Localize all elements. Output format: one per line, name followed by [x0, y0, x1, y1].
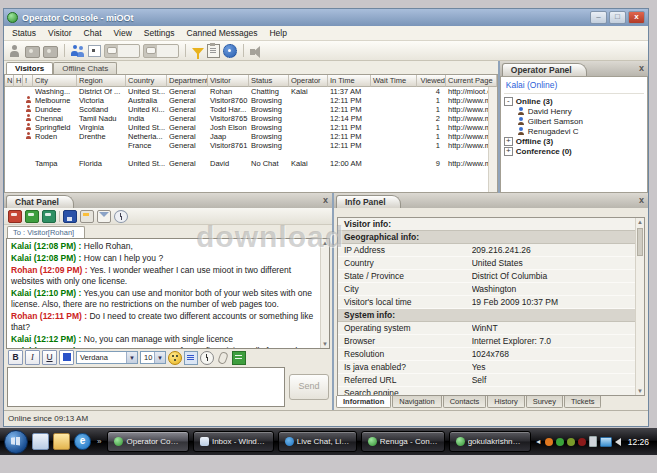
visitors-column-header[interactable]: N: [5, 75, 14, 87]
italic-button[interactable]: I: [25, 350, 40, 365]
menu-item[interactable]: Status: [6, 28, 42, 38]
menu-item[interactable]: Visitor: [42, 28, 77, 38]
info-tab[interactable]: Survey: [526, 396, 563, 408]
visitor-row[interactable]: Tampa Florida United St... General David…: [5, 159, 497, 168]
bold-button[interactable]: B: [8, 350, 23, 365]
info-tab[interactable]: Contacts: [443, 396, 487, 408]
visitors-column-header[interactable]: Region: [77, 75, 126, 87]
tray-status-icon[interactable]: [567, 438, 575, 446]
font-select[interactable]: Verdana▼: [76, 351, 138, 364]
menu-item[interactable]: Help: [263, 28, 292, 38]
taskbar-button[interactable]: Renuga - Conversati...: [361, 431, 445, 452]
visitor-row[interactable]: Dundee Scotland United Ki... General Tod…: [5, 105, 497, 114]
operator-member[interactable]: Gilbert Samson: [517, 116, 644, 126]
taskbar-button[interactable]: Operator Console - ...: [107, 431, 188, 452]
visitor-row[interactable]: Springfield Virginia United St... Genera…: [5, 123, 497, 132]
visitors-column-header[interactable]: City: [33, 75, 77, 87]
menu-item[interactable]: Settings: [138, 28, 181, 38]
scroll-down-icon[interactable]: ▼: [321, 340, 329, 348]
operator-group-offline[interactable]: + Offline (3): [504, 136, 644, 146]
operator-member[interactable]: Renugadevi C: [517, 126, 644, 136]
visitor-row[interactable]: [5, 150, 497, 159]
visitors-column-header[interactable]: Status: [249, 75, 289, 87]
toolbar-separator[interactable]: [64, 44, 65, 57]
visitors-column-header[interactable]: Viewed: [417, 75, 446, 87]
operator-group-online[interactable]: - Online (3): [504, 96, 644, 106]
visitors-column-header[interactable]: H: [14, 75, 23, 87]
taskbar-button[interactable]: Live Chat, Live Hel...: [278, 431, 357, 452]
attach-file-icon[interactable]: [217, 350, 229, 364]
visitor-row[interactable]: Washing... District Of ... United St... …: [5, 87, 497, 96]
broadcast-icon[interactable]: [250, 49, 255, 55]
titlebar[interactable]: Operator Console - miOOt – □ x: [4, 9, 648, 26]
visitors-column-header[interactable]: Department: [167, 75, 208, 87]
visitor-row[interactable]: Roden Drenthe Netherla... General Jaap B…: [5, 132, 497, 141]
visitors-tab[interactable]: Offline Chats: [53, 62, 117, 74]
visitors-column-header[interactable]: !: [23, 75, 33, 87]
scroll-up-icon[interactable]: ▲: [321, 239, 329, 247]
email-transcript-icon[interactable]: [97, 210, 111, 223]
collapse-icon[interactable]: -: [504, 97, 513, 106]
toolbar-separator[interactable]: [243, 44, 244, 57]
visitors-column-header[interactable]: Operator: [289, 75, 328, 87]
start-button[interactable]: [4, 430, 28, 454]
quicklaunch-folder-icon[interactable]: [53, 433, 70, 450]
expand-icon[interactable]: +: [504, 147, 513, 156]
chat-toolbar-separator[interactable]: [59, 211, 60, 222]
font-size-select[interactable]: 10▼: [140, 351, 166, 364]
tray-app-icon[interactable]: [545, 438, 553, 446]
monitor-visitor-icon[interactable]: [25, 46, 40, 58]
info-tab[interactable]: Tickets: [564, 396, 601, 408]
settings-icon[interactable]: [223, 44, 237, 58]
visitors-scrollbar[interactable]: [488, 87, 497, 192]
taskbar-button[interactable]: gokulakrishnan - Co...: [449, 431, 531, 452]
info-panel-close-icon[interactable]: x: [639, 195, 644, 205]
visitors-tab[interactable]: Visitors: [6, 62, 53, 74]
expand-icon[interactable]: +: [504, 137, 513, 146]
visitors-column-header[interactable]: Country: [126, 75, 167, 87]
transfer-chat-icon[interactable]: [42, 210, 56, 223]
chevron-down-icon[interactable]: ▼: [154, 352, 165, 363]
timer-icon[interactable]: [200, 351, 214, 365]
quicklaunch-overflow-icon[interactable]: »: [95, 437, 103, 446]
tray-expand-icon[interactable]: ◄: [535, 438, 542, 445]
info-tab[interactable]: Information: [336, 396, 391, 408]
quicklaunch-ie-icon[interactable]: e: [74, 433, 91, 450]
menu-item[interactable]: Chat: [78, 28, 108, 38]
chat-transcript[interactable]: ▲▼ Kalai (12:08 PM) : Hello Rohan, Kalai…: [6, 238, 330, 349]
push-page-icon[interactable]: [184, 351, 198, 365]
info-scrollbar[interactable]: ▲▼: [635, 218, 644, 395]
scroll-down-icon[interactable]: ▼: [636, 387, 644, 395]
canned-messages-icon[interactable]: [207, 44, 220, 58]
operator-group-conference[interactable]: + Conference (0): [504, 146, 644, 156]
emoticon-icon[interactable]: [168, 351, 182, 365]
operator-status-icon[interactable]: [8, 44, 22, 57]
scroll-up-icon[interactable]: ▲: [636, 218, 644, 226]
network-icon[interactable]: [600, 437, 612, 447]
filter-icon[interactable]: [192, 48, 204, 55]
scrollbar-thumb[interactable]: [637, 228, 643, 256]
print-icon[interactable]: [80, 210, 94, 223]
maximize-button[interactable]: □: [609, 11, 626, 24]
tray-messenger-icon[interactable]: [556, 438, 564, 446]
end-chat-icon[interactable]: [8, 210, 22, 223]
taskbar-button[interactable]: Inbox - Windows Mail: [193, 431, 274, 452]
chat-scrollbar[interactable]: ▲▼: [320, 239, 329, 348]
history-icon[interactable]: [114, 210, 128, 223]
chevron-down-icon[interactable]: ▼: [126, 352, 137, 363]
send-button[interactable]: Send: [289, 374, 329, 400]
tray-alert-icon[interactable]: [578, 438, 586, 446]
visitors-online-icon[interactable]: [71, 44, 85, 57]
info-tab[interactable]: Navigation: [392, 396, 441, 408]
visitors-column-header[interactable]: Visitor: [208, 75, 249, 87]
volume-icon[interactable]: [615, 438, 621, 446]
close-button[interactable]: x: [628, 11, 645, 24]
font-color-button[interactable]: [59, 350, 74, 365]
canned-response-icon[interactable]: [232, 351, 246, 365]
info-tab[interactable]: History: [487, 396, 524, 408]
battery-icon[interactable]: [589, 436, 597, 447]
operator-panel-close-icon[interactable]: x: [639, 63, 644, 73]
accept-chat-icon[interactable]: [25, 210, 39, 223]
proactive-chat-icon[interactable]: [143, 44, 179, 58]
chat-panel-close-icon[interactable]: x: [323, 195, 328, 205]
